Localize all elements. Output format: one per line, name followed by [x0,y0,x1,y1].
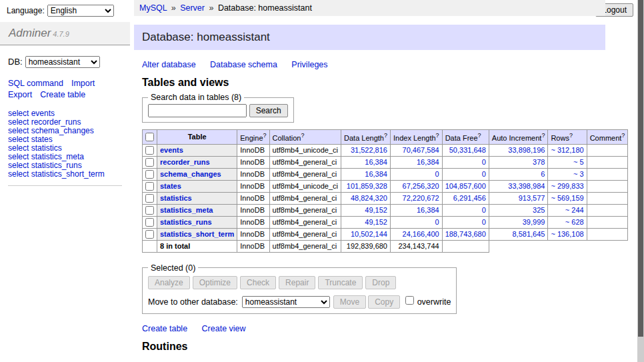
data-length-link[interactable]: 48,824,320 [351,194,387,202]
export-link[interactable]: Export [8,90,32,99]
data-free-link[interactable]: 188,743,680 [445,230,486,238]
row-checkbox[interactable] [145,194,154,203]
auto-increment-link[interactable]: 8,581,645 [512,230,545,238]
search-button[interactable]: Search [249,104,288,117]
table-row: statistics_metaInnoDButf8mb4_general_ci4… [143,204,628,216]
auto-increment-link[interactable]: 39,999 [523,218,545,226]
move-button[interactable]: Move [333,295,366,309]
table-name-link[interactable]: statistics_runs [160,218,212,226]
drop-button[interactable]: Drop [365,276,396,289]
rows-count-link[interactable]: ~ 569,159 [551,194,583,202]
data-free-link[interactable]: 50,331,648 [449,146,486,154]
language-select[interactable]: English [47,5,114,17]
db-select[interactable]: homeassistant [25,56,100,68]
data-length-link[interactable]: 49,152 [365,206,387,214]
search-fieldset: Search data in tables (8) Search [142,93,294,123]
auto-increment-link[interactable]: 913,577 [519,194,545,202]
engine-cell: InnoDB [237,180,269,192]
selected-actions: AnalyzeOptimizeCheckRepairTruncateDrop [148,276,451,289]
rows-count-link[interactable]: ~ 5 [573,158,584,166]
truncate-button[interactable]: Truncate [318,276,363,289]
breadcrumb-mysql-link[interactable]: MySQL [139,3,167,13]
column-header: Index Length? [390,130,442,145]
privileges-link[interactable]: Privileges [291,60,327,69]
table-name-link[interactable]: recorder_runs [160,158,210,166]
engine-cell: InnoDB [237,192,269,204]
data-length-link[interactable]: 49,152 [365,218,387,226]
check-button[interactable]: Check [240,276,276,289]
sidebar-table-link[interactable]: select statistics_short_term [8,170,122,179]
rows-count-link[interactable]: ~ 299,833 [551,182,583,190]
index-length-link[interactable]: 67,256,320 [403,182,439,190]
sql-command-link[interactable]: SQL command [8,79,63,88]
index-length-link[interactable]: 16,384 [417,158,439,166]
overwrite-checkbox[interactable] [405,296,414,305]
table-name-link[interactable]: states [160,182,181,190]
row-checkbox[interactable] [145,206,154,215]
scrollbar-thumb[interactable] [638,0,643,337]
collation-cell: utf8mb4_general_ci [269,228,341,240]
optimize-button[interactable]: Optimize [193,276,237,289]
index-length-link[interactable]: 24,166,400 [403,230,439,238]
row-checkbox[interactable] [145,218,154,227]
sidebar: Adminer4.7.9 DB:homeassistant SQL comman… [0,22,130,186]
index-length-link[interactable]: 0 [435,218,439,226]
data-length-link[interactable]: 10,502,144 [351,230,387,238]
auto-increment-link[interactable]: 33,898,196 [508,146,545,154]
data-free-link[interactable]: 0 [482,158,486,166]
repair-button[interactable]: Repair [279,276,315,289]
breadcrumb-server-link[interactable]: Server [180,3,205,13]
comment-cell [587,156,628,168]
index-length-link[interactable]: 70,467,584 [403,146,439,154]
row-checkbox[interactable] [145,230,154,239]
data-length-link[interactable]: 101,859,328 [347,182,387,190]
data-free-link[interactable]: 0 [482,170,486,178]
row-checkbox[interactable] [145,146,154,155]
auto-increment-link[interactable]: 33,398,984 [508,182,545,190]
create-table-sidebar-link[interactable]: Create table [40,90,85,99]
sidebar-links: SQL commandImport ExportCreate table [8,78,122,101]
row-checkbox[interactable] [145,170,154,179]
select-all-checkbox[interactable] [145,133,154,141]
rows-count-link[interactable]: ~ 312,180 [551,146,583,154]
search-input[interactable] [148,104,247,117]
rows-count-link[interactable]: ~ 3 [573,170,584,178]
rows-count-link[interactable]: ~ 136,108 [551,230,583,238]
table-name-link[interactable]: statistics_meta [160,206,213,214]
auto-increment-link[interactable]: 6 [541,170,545,178]
collation-cell: utf8mb4_general_ci [269,204,341,216]
rows-count-link[interactable]: ~ 244 [565,206,584,214]
data-length-link[interactable]: 16,384 [365,170,387,178]
table-name-link[interactable]: statistics_short_term [160,230,234,238]
auto-increment-link[interactable]: 378 [533,158,545,166]
table-name-link[interactable]: statistics [160,194,192,202]
rows-count-link[interactable]: ~ 628 [565,218,584,226]
analyze-button[interactable]: Analyze [148,276,190,289]
create-table-link[interactable]: Create table [142,324,187,333]
data-free-link[interactable]: 0 [482,218,486,226]
data-length-link[interactable]: 31,522,816 [351,146,387,154]
scrollbar[interactable] [637,0,644,362]
index-length-link[interactable]: 72,220,672 [403,194,439,202]
create-view-link[interactable]: Create view [202,324,246,333]
import-link[interactable]: Import [71,79,95,88]
table-name-link[interactable]: events [160,146,183,154]
move-db-select[interactable]: homeassistant [242,296,330,308]
auto-increment-link[interactable]: 325 [533,206,545,214]
data-free-link[interactable]: 6,291,456 [453,194,486,202]
index-length-link[interactable]: 16,384 [417,206,439,214]
database-schema-link[interactable]: Database schema [210,60,277,69]
index-length-link[interactable]: 0 [435,170,439,178]
column-header: Comment? [587,130,628,145]
data-free-link[interactable]: 104,857,600 [445,182,486,190]
data-length-link[interactable]: 16,384 [365,158,387,166]
data-free-link[interactable]: 0 [482,206,486,214]
row-checkbox[interactable] [145,182,154,191]
comment-cell [587,180,628,192]
total-data-free-cell [442,240,489,252]
table-name-link[interactable]: schema_changes [160,170,221,178]
copy-button[interactable]: Copy [368,295,400,309]
search-legend: Search data in tables (8) [148,93,244,102]
row-checkbox[interactable] [145,158,154,167]
alter-database-link[interactable]: Alter database [142,60,196,69]
